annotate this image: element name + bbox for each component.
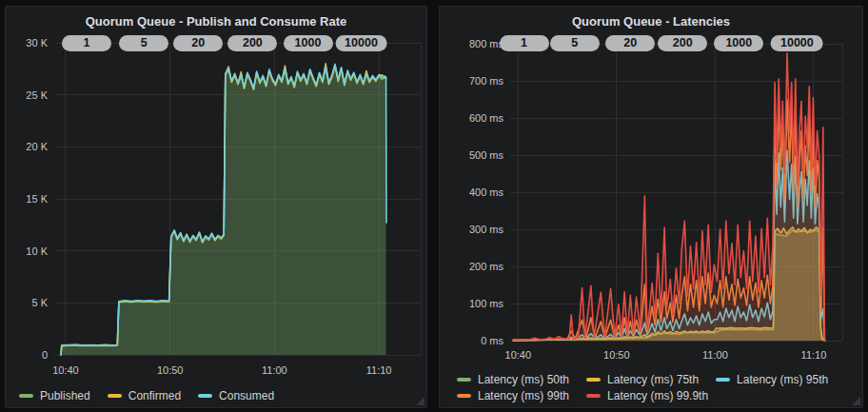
panel-publish-consume-rate: Quorum Queue - Publish and Consume Rate … [5,6,427,408]
annotation-pill-200[interactable]: 200 [227,35,277,51]
legend-item-published[interactable]: Published [19,389,90,402]
legend-color-dash [457,394,471,398]
y-tick-label: 25 K [26,89,48,101]
annotation-pill-20[interactable]: 20 [173,35,223,51]
rate-chart-legend: PublishedConfirmedConsumed [19,388,274,402]
legend-item-latency-ms-95th[interactable]: Latency (ms) 95th [716,373,828,386]
annotation-pill-1000[interactable]: 1000 [284,35,333,51]
legend-item-confirmed[interactable]: Confirmed [108,389,181,402]
latency-chart[interactable]: 0 ms100 ms200 ms300 ms400 ms500 ms600 ms… [440,7,862,407]
x-tick-label: 11:10 [801,349,827,361]
y-tick-label: 100 ms [469,298,504,309]
legend-color-dash [586,378,601,382]
y-tick-label: 15 K [26,193,48,205]
annotation-pill-10000[interactable]: 10000 [335,35,387,51]
panel-resize-handle[interactable] [852,397,860,405]
x-tick-label: 11:00 [262,364,287,376]
y-tick-label: 200 ms [469,261,504,272]
legend-label: Latency (ms) 95th [737,373,828,386]
panel-resize-handle[interactable] [416,397,424,405]
x-tick-label: 11:00 [702,349,728,361]
y-tick-label: 600 ms [469,112,504,124]
annotation-pill-5[interactable]: 5 [550,35,600,51]
legend-label: Published [40,389,90,402]
legend-color-dash [716,378,730,382]
annotation-pill-1000[interactable]: 1000 [714,35,763,51]
y-tick-label: 10 K [26,245,48,257]
legend-color-dash [108,394,122,398]
y-tick-label: 5 K [31,297,48,308]
legend-label: Latency (ms) 99.9th [607,389,708,402]
latency-chart-legend: Latency (ms) 50thLatency (ms) 75thLatenc… [457,372,828,402]
y-tick-label: 700 ms [469,75,504,87]
legend-item-latency-ms-50th[interactable]: Latency (ms) 50th [457,373,569,386]
y-tick-label: 500 ms [469,149,504,161]
legend-row: Latency (ms) 99thLatency (ms) 99.9th [457,388,828,402]
rate-chart[interactable]: 05 K10 K15 K20 K25 K30 K10:4010:5011:001… [6,7,426,407]
x-tick-label: 10:50 [603,349,630,361]
legend-label: Latency (ms) 75th [607,373,699,386]
legend-color-dash [586,394,601,398]
legend-color-dash [457,378,471,382]
legend-label: Consumed [219,389,274,402]
annotation-pill-1[interactable]: 1 [62,35,111,51]
legend-item-latency-ms-99th[interactable]: Latency (ms) 99th [457,389,569,402]
annotation-pill-20[interactable]: 20 [605,35,655,51]
legend-row: Latency (ms) 50thLatency (ms) 75thLatenc… [457,372,828,386]
legend-item-consumed[interactable]: Consumed [198,389,274,402]
legend-item-latency-ms-75th[interactable]: Latency (ms) 75th [586,373,699,386]
x-tick-label: 11:10 [366,364,392,376]
y-tick-label: 0 [42,349,48,361]
annotation-pill-5[interactable]: 5 [119,35,168,51]
y-tick-label: 0 ms [481,335,503,346]
annotation-pill-1[interactable]: 1 [500,35,549,51]
panel-latencies: Quorum Queue - Latencies 0 ms100 ms200 m… [439,6,863,408]
legend-color-dash [19,394,33,398]
x-tick-label: 10:50 [157,364,184,376]
legend-color-dash [198,394,212,398]
legend-label: Confirmed [128,389,181,402]
annotation-pill-10000[interactable]: 10000 [771,35,823,51]
x-tick-label: 10:40 [52,364,79,376]
y-tick-label: 20 K [26,141,48,152]
annotation-pill-200[interactable]: 200 [658,35,707,51]
legend-label: Latency (ms) 99th [478,389,569,402]
x-tick-label: 10:40 [505,349,532,361]
legend-row: PublishedConfirmedConsumed [19,388,274,402]
y-tick-label: 300 ms [469,224,504,235]
y-tick-label: 400 ms [469,186,504,198]
legend-item-latency-ms-99.9th[interactable]: Latency (ms) 99.9th [586,389,708,402]
y-tick-label: 30 K [26,37,48,49]
legend-label: Latency (ms) 50th [478,373,569,386]
dashboard: Quorum Queue - Publish and Consume Rate … [0,0,868,412]
